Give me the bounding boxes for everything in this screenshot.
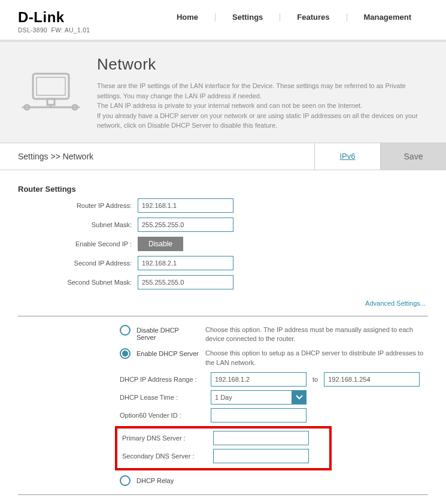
enable-dhcp-label: Enable DHCP Server <box>131 348 205 357</box>
second-mask-label: Second Subnet Mask: <box>18 279 138 286</box>
dhcp-relay-radio[interactable] <box>120 475 131 486</box>
advanced-settings-link[interactable]: Advanced Settings... <box>365 300 426 307</box>
dns-highlight: Primary DNS Server : Secondary DNS Serve… <box>115 426 332 470</box>
main-nav: Home Settings Features Management <box>90 13 428 22</box>
nav-settings[interactable]: Settings <box>216 13 280 22</box>
nav-features[interactable]: Features <box>280 13 346 22</box>
brand-logo: D-Link <box>18 9 90 26</box>
dhcp-lease-label: DHCP Lease Time : <box>120 394 211 401</box>
enable-second-ip-toggle[interactable]: Disable <box>138 237 183 251</box>
network-icon <box>18 55 84 131</box>
breadcrumb: Settings >> Network <box>0 143 314 170</box>
option60-input[interactable] <box>211 408 307 422</box>
second-ip-input[interactable] <box>138 256 233 270</box>
save-button[interactable]: Save <box>380 143 446 170</box>
disable-dhcp-label: Disable DHCP Server <box>131 325 205 341</box>
svg-rect-1 <box>37 77 65 95</box>
enable-second-ip-label: Enable Second IP : <box>18 240 138 248</box>
enable-dhcp-desc: Choose this option to setup as a DHCP se… <box>205 348 428 367</box>
nav-home[interactable]: Home <box>160 13 215 22</box>
router-ip-label: Router IP Address: <box>18 202 138 209</box>
primary-dns-input[interactable] <box>213 431 309 445</box>
subnet-mask-input[interactable] <box>138 218 233 232</box>
dhcp-range-to-input[interactable] <box>324 372 420 387</box>
model-fw: DSL-3890 FW: AU_1.01 <box>18 27 90 34</box>
second-ip-label: Second IP Address: <box>18 259 138 267</box>
chevron-down-icon[interactable] <box>292 390 307 405</box>
svg-rect-2 <box>47 99 54 105</box>
router-settings-heading: Router Settings <box>18 185 428 194</box>
tab-ipv6[interactable]: IPv6 <box>314 143 380 170</box>
router-ip-input[interactable] <box>138 198 233 213</box>
disable-dhcp-desc: Choose this option. The IP address must … <box>205 325 428 344</box>
primary-dns-label: Primary DNS Server : <box>122 434 213 442</box>
dhcp-range-label: DHCP IP Address Range : <box>120 376 211 383</box>
dhcp-lease-select[interactable]: 1 Day <box>211 390 292 405</box>
dhcp-relay-label: DHCP Relay <box>131 475 205 484</box>
nav-management[interactable]: Management <box>347 13 428 22</box>
page-title: Network <box>97 55 428 74</box>
dhcp-range-to-label: to <box>307 376 324 383</box>
secondary-dns-label: Secondary DNS Server : <box>122 452 213 460</box>
enable-dhcp-radio[interactable] <box>120 348 131 359</box>
subnet-mask-label: Subnet Mask: <box>18 221 138 228</box>
dhcp-range-from-input[interactable] <box>211 372 307 387</box>
secondary-dns-input[interactable] <box>213 449 309 463</box>
option60-label: Option60 Vender ID : <box>120 412 211 419</box>
page-description: These are the IP settings of the LAN int… <box>97 81 428 131</box>
second-mask-input[interactable] <box>138 275 233 289</box>
disable-dhcp-radio[interactable] <box>120 325 131 336</box>
